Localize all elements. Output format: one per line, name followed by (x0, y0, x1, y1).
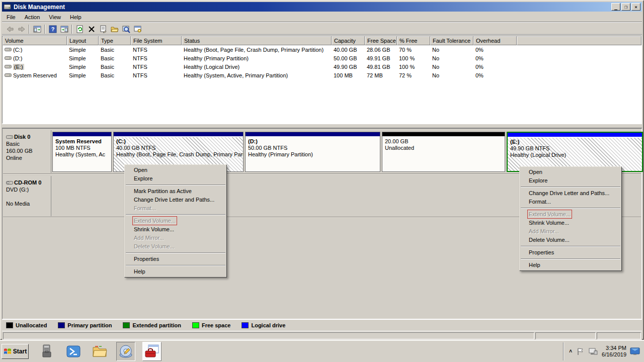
cdrom-icon (6, 180, 13, 186)
col-free-space[interactable]: Free Space (365, 36, 397, 45)
col-status[interactable]: Status (182, 36, 332, 45)
selected-volume-label: (E:) (13, 64, 24, 70)
menu-item-add-mirror[interactable]: Add Mirror... (520, 227, 621, 236)
network-icon[interactable] (588, 347, 598, 356)
extended-partition-swatch (123, 322, 130, 328)
menu-item-delete-volume[interactable]: Delete Volume... (125, 242, 226, 251)
context-menu-e: Open Explore Change Drive Letter and Pat… (519, 166, 622, 271)
drive-icon (5, 55, 12, 61)
col-capacity[interactable]: Capacity (332, 36, 365, 45)
partition-d[interactable]: (D:) 50.00 GB NTFS Healthy (Primary Part… (245, 132, 380, 172)
server-manager-icon[interactable] (38, 342, 57, 361)
volume-row-e-selected[interactable]: (E:) Simple Basic NTFS Healthy (Logical … (3, 62, 641, 71)
powershell-icon[interactable] (64, 342, 83, 361)
file-explorer-icon[interactable] (90, 342, 109, 361)
col-overhead[interactable]: Overhead (473, 36, 517, 45)
action-center-flag-icon[interactable] (576, 347, 585, 356)
menu-item-extend-volume[interactable]: Extend Volume... (125, 217, 226, 225)
open-folder-icon[interactable] (109, 24, 120, 34)
partition-e-selected[interactable]: (E:) 49.90 GB NTFS Healthy (Logical Driv… (507, 132, 643, 172)
col-fault-tolerance[interactable]: Fault Tolerance (430, 36, 473, 45)
col-volume[interactable]: Volume (3, 36, 67, 45)
pane-splitter[interactable] (2, 124, 642, 128)
unallocated-swatch (6, 322, 13, 328)
menu-item-shrink-volume[interactable]: Shrink Volume... (520, 219, 621, 227)
volume-row-c[interactable]: (C:) Simple Basic NTFS Healthy (Boot, Pa… (3, 45, 641, 54)
menu-item-explore[interactable]: Explore (520, 176, 621, 185)
disk-management-app-icon (4, 3, 12, 11)
disk0-info-panel[interactable]: Disk 0 Basic 160.00 GB Online (4, 130, 51, 173)
annotation-red-box: Extend Volume... (529, 211, 571, 217)
search-icon[interactable] (120, 24, 132, 34)
toolbar-separator (29, 25, 30, 34)
disk0-size: 160.00 GB (6, 147, 49, 154)
console-tree-icon[interactable] (31, 24, 43, 34)
restore-button[interactable]: ❐ (621, 3, 630, 11)
quick-launch (38, 342, 162, 361)
chevron-up-icon[interactable]: ˄ (569, 348, 572, 354)
manage-computer-icon[interactable] (132, 24, 143, 34)
cdrom-info-panel[interactable]: CD-ROM 0 DVD (G:) No Media (4, 176, 51, 216)
unallocated-space[interactable]: 20.00 GB Unallocated (382, 132, 505, 172)
menu-item-properties[interactable]: Properties (125, 255, 226, 263)
disk-management-taskbar-icon[interactable] (116, 342, 135, 361)
drive-icon (5, 47, 12, 52)
menu-file[interactable]: File (2, 13, 20, 22)
col-filler (517, 36, 641, 45)
menu-action[interactable]: Action (20, 13, 45, 22)
forward-icon[interactable] (16, 24, 27, 34)
menu-item-delete-volume[interactable]: Delete Volume... (520, 236, 621, 244)
menu-item-help[interactable]: Help (125, 267, 226, 276)
primary-partition-stripe (246, 132, 380, 137)
volume-row-d[interactable]: (D:) Simple Basic NTFS Healthy (Primary … (3, 54, 641, 62)
refresh-icon[interactable] (74, 24, 86, 34)
toolbar: ? (2, 23, 642, 35)
clock[interactable]: 3:34 PM 6/16/2019 (602, 345, 626, 358)
close-button[interactable]: ✕ (631, 3, 640, 11)
minimize-button[interactable]: _ (611, 3, 620, 11)
logical-drive-swatch (242, 322, 249, 328)
context-menu-c: Open Explore Mark Partition as Active Ch… (124, 164, 227, 278)
primary-partition-stripe (53, 132, 111, 137)
col-pct-free[interactable]: % Free (397, 36, 430, 45)
menu-item-change-drive-letter[interactable]: Change Drive Letter and Paths... (520, 189, 621, 198)
menu-item-explore[interactable]: Explore (125, 174, 226, 183)
menu-item-shrink-volume[interactable]: Shrink Volume... (125, 225, 226, 234)
col-type[interactable]: Type (99, 36, 131, 45)
col-layout[interactable]: Layout (67, 36, 99, 45)
back-icon[interactable] (4, 24, 16, 34)
menu-help[interactable]: Help (65, 13, 86, 22)
menu-item-open[interactable]: Open (125, 166, 226, 174)
delete-icon[interactable] (86, 24, 97, 34)
volume-row-system-reserved[interactable]: System Reserved Simple Basic NTFS Health… (3, 71, 641, 79)
menu-item-add-mirror[interactable]: Add Mirror... (125, 234, 226, 242)
disk-management-active-window-icon[interactable] (142, 342, 162, 361)
title-bar[interactable]: Disk Management _ ❐ ✕ (2, 2, 642, 12)
properties-icon[interactable] (97, 24, 109, 34)
menu-item-open[interactable]: Open (520, 168, 621, 176)
toolbar-separator (44, 25, 45, 34)
menu-item-mark-partition-active[interactable]: Mark Partition as Active (125, 187, 226, 196)
start-button[interactable]: Start (2, 344, 29, 359)
svg-text:?: ? (51, 26, 54, 32)
disk-icon (6, 134, 13, 140)
windows-logo-icon (4, 347, 12, 355)
menu-item-format[interactable]: Format... (125, 204, 226, 213)
col-file-system[interactable]: File System (131, 36, 182, 45)
menu-item-extend-volume[interactable]: Extend Volume... (520, 210, 621, 219)
volume-list-header: Volume Layout Type File System Status Ca… (3, 36, 641, 45)
partition-system-reserved[interactable]: System Reserved 100 MB NTFS Healthy (Sys… (52, 132, 112, 172)
action-pane-icon[interactable] (58, 24, 70, 34)
menu-item-help[interactable]: Help (520, 261, 621, 269)
free-space-swatch (192, 322, 199, 328)
clock-time: 3:34 PM (602, 345, 626, 351)
system-tray: ˄ 3:34 PM 6/16/2019 (564, 342, 644, 360)
volume-list: Volume Layout Type File System Status Ca… (2, 36, 642, 124)
menu-item-format[interactable]: Format... (520, 198, 621, 206)
desktop-screen: Disk Management _ ❐ ✕ File Action View H… (0, 0, 644, 362)
help-icon[interactable]: ? (47, 24, 58, 34)
menu-item-change-drive-letter[interactable]: Change Drive Letter and Paths... (125, 196, 226, 204)
menu-item-properties[interactable]: Properties (520, 248, 621, 257)
show-desktop-icon[interactable] (630, 347, 641, 356)
menu-view[interactable]: View (44, 13, 65, 22)
